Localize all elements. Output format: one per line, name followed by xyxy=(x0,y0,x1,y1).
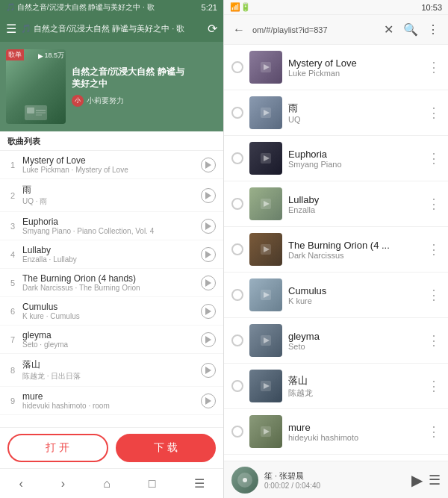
right-song-list[interactable]: Mystery of Love Luke Pickman ⋮ 雨 UQ ⋮ Eu… xyxy=(224,45,448,461)
playlist-button[interactable]: ☰ xyxy=(429,472,441,488)
right-song-item[interactable]: 雨 UQ ⋮ xyxy=(224,90,448,136)
song-info: Mystery of Love Luke Pickman xyxy=(288,57,421,78)
left-song-item[interactable]: 2 雨 UQ · 雨 xyxy=(0,179,223,212)
song-more-button[interactable]: ⋮ xyxy=(427,288,441,302)
left-song-item[interactable]: 8 落山 陈越龙 · 日出日落 xyxy=(0,354,223,387)
song-play-button[interactable] xyxy=(201,219,216,234)
right-song-item[interactable]: Lullaby Enzalla ⋮ xyxy=(224,181,448,227)
nav-window-icon[interactable]: □ xyxy=(149,477,156,491)
nav-back-icon[interactable]: ‹ xyxy=(19,477,23,491)
left-song-item[interactable]: 1 Mystery of Love Luke Pickman · Mystery… xyxy=(0,151,223,179)
song-thumbnail xyxy=(249,187,282,220)
song-play-button[interactable] xyxy=(201,363,216,378)
search-button[interactable]: 🔍 xyxy=(402,21,420,39)
svg-marker-8 xyxy=(205,251,211,258)
right-song-item[interactable]: Cumulus K kure ⋮ xyxy=(224,273,448,318)
nav-home-icon[interactable]: ⌂ xyxy=(103,477,111,491)
song-more-button[interactable]: ⋮ xyxy=(427,152,441,165)
right-song-item[interactable]: 落山 陈越龙 ⋮ xyxy=(224,364,448,409)
left-song-item[interactable]: 5 The Burning Orion (4 hands) Dark Narci… xyxy=(0,269,223,297)
song-radio[interactable] xyxy=(231,152,243,164)
right-bottom-player: 笙 · 张碧晨 0:00:02 / 0:04:40 ▶ ☰ xyxy=(224,461,448,498)
left-song-item[interactable]: 3 Euphoria Smyang Piano · Piano Collecti… xyxy=(0,212,223,240)
song-thumbnail xyxy=(249,51,282,84)
left-hero-title: 自然之音/沉浸大自然 静谧与美好之中 xyxy=(72,66,217,90)
back-button[interactable]: ← xyxy=(230,21,248,39)
right-status-bar: 📶🔋 10:53 xyxy=(224,0,448,15)
song-subtitle: Enzalla · Lullaby xyxy=(22,255,196,264)
svg-marker-11 xyxy=(205,336,211,343)
song-radio[interactable] xyxy=(231,426,243,438)
song-play-button[interactable] xyxy=(201,276,216,290)
open-button[interactable]: 打 开 xyxy=(7,434,108,462)
song-more-button[interactable]: ⋮ xyxy=(427,243,441,256)
song-play-button[interactable] xyxy=(201,247,216,262)
song-play-button[interactable] xyxy=(201,332,216,347)
song-info: Euphoria Smyang Piano xyxy=(288,149,421,169)
song-info: gleyma Seto xyxy=(288,331,421,351)
song-radio[interactable] xyxy=(231,380,243,392)
left-nav-bar: ‹ › ⌂ □ ☰ xyxy=(0,468,223,498)
song-info: The Burning Orion (4 hands) Dark Narciss… xyxy=(22,273,196,292)
song-subtitle: K kure xyxy=(288,296,421,305)
song-number: 3 xyxy=(7,222,18,231)
author-avatar: 小 xyxy=(72,95,84,107)
menu-icon[interactable]: ☰ xyxy=(6,22,16,36)
left-hero: 歌单 ▶18.5万 自然之音/沉浸大自然 静谧与美好之中 小 小莉要努力 xyxy=(0,42,223,131)
player-controls: ▶ ☰ xyxy=(411,471,441,489)
song-radio[interactable] xyxy=(231,243,243,255)
right-song-item[interactable]: The Burning Orion (4 ... Dark Narcissus … xyxy=(224,227,448,273)
song-number: 9 xyxy=(7,396,18,405)
song-more-button[interactable]: ⋮ xyxy=(427,334,441,347)
play-button[interactable]: ▶ xyxy=(411,471,423,489)
left-playlist-title: 🎵 自然之音/沉浸大自然 静谧与美好之中 · 歌 xyxy=(21,23,203,34)
song-more-button[interactable]: ⋮ xyxy=(427,197,441,211)
nav-menu-icon[interactable]: ☰ xyxy=(194,476,205,491)
right-song-item[interactable]: mure hideyuki hashimoto ⋮ xyxy=(224,409,448,455)
song-radio[interactable] xyxy=(231,61,243,73)
nav-forward-icon[interactable]: › xyxy=(61,477,65,491)
song-info: 雨 UQ xyxy=(288,102,421,124)
song-more-button[interactable]: ⋮ xyxy=(427,379,441,393)
left-hero-info: 自然之音/沉浸大自然 静谧与美好之中 小 小莉要努力 xyxy=(72,66,217,106)
song-more-button[interactable]: ⋮ xyxy=(427,60,441,74)
song-radio[interactable] xyxy=(231,334,243,346)
song-subtitle: Seto xyxy=(288,342,421,351)
player-song-title: 笙 · 张碧晨 xyxy=(264,470,405,482)
right-song-item[interactable]: Mystery of Love Luke Pickman ⋮ xyxy=(224,45,448,90)
song-name: gleyma xyxy=(288,331,421,342)
player-thumbnail xyxy=(231,467,258,494)
song-name: 落山 xyxy=(288,374,421,387)
left-song-list[interactable]: 1 Mystery of Love Luke Pickman · Mystery… xyxy=(0,151,223,427)
song-number: 5 xyxy=(7,278,18,287)
right-top-bar: ← om/#/playlist?id=837 ✕ 🔍 ⋮ xyxy=(224,15,448,45)
right-song-item[interactable]: gleyma Seto ⋮ xyxy=(224,318,448,364)
left-song-item[interactable]: 6 Cumulus K kure · Cumulus xyxy=(0,297,223,326)
left-song-item[interactable]: 7 gleyma Seto · gleyma xyxy=(0,326,223,354)
svg-marker-5 xyxy=(205,161,211,169)
left-song-item[interactable]: 9 mure hidevuki hashimoto · room xyxy=(0,387,223,415)
song-radio[interactable] xyxy=(231,198,243,210)
song-play-button[interactable] xyxy=(201,188,216,203)
more-button[interactable]: ⋮ xyxy=(424,21,442,39)
song-name: Cumulus xyxy=(22,302,196,312)
song-number: 1 xyxy=(7,161,18,169)
song-subtitle: hideyuki hashimoto xyxy=(288,433,421,442)
song-more-button[interactable]: ⋮ xyxy=(427,106,441,119)
download-button[interactable]: 下 载 xyxy=(116,434,217,462)
song-play-button[interactable] xyxy=(201,393,216,408)
song-play-button[interactable] xyxy=(201,304,216,319)
close-button[interactable]: ✕ xyxy=(379,21,397,39)
song-play-button[interactable] xyxy=(201,158,216,172)
right-song-item[interactable]: Euphoria Smyang Piano ⋮ xyxy=(224,136,448,181)
song-name: Euphoria xyxy=(22,217,196,227)
song-radio[interactable] xyxy=(231,107,243,119)
song-name: Mystery of Love xyxy=(22,155,196,166)
song-name: 落山 xyxy=(22,358,196,371)
left-action-buttons: 打 开 下 载 xyxy=(0,427,223,468)
left-song-item[interactable]: 4 Lullaby Enzalla · Lullaby xyxy=(0,240,223,269)
song-more-button[interactable]: ⋮ xyxy=(427,425,441,438)
refresh-icon[interactable]: ⟳ xyxy=(208,22,217,36)
song-radio[interactable] xyxy=(231,289,243,301)
song-name: Euphoria xyxy=(288,149,421,160)
